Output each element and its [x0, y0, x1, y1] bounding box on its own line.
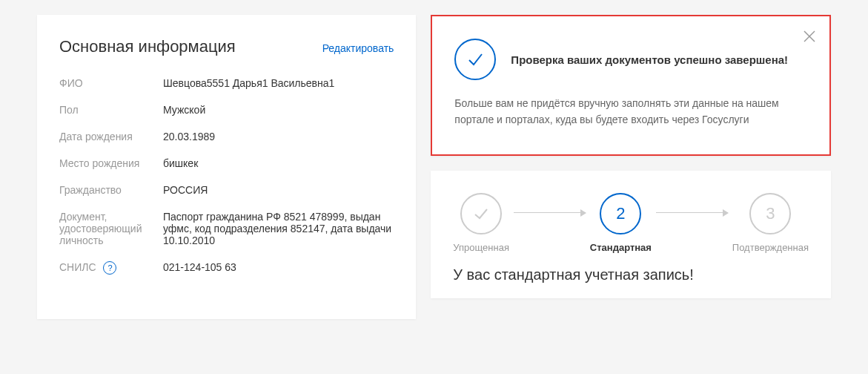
account-status-title: У вас стандартная учетная запись! — [453, 266, 809, 283]
field-snils: СНИЛС ? 021-124-105 63 — [59, 261, 394, 275]
step-simplified: Упрощенная — [453, 193, 509, 253]
field-dob: Дата рождения 20.03.1989 — [59, 131, 394, 142]
close-icon[interactable] — [803, 30, 816, 46]
field-value: бишкек — [163, 157, 198, 169]
arrow-icon — [514, 212, 586, 213]
step-label: Стандартная — [590, 242, 652, 253]
field-value: 021-124-105 63 — [163, 261, 236, 275]
field-label: Дата рождения — [59, 131, 163, 142]
field-label: Пол — [59, 104, 163, 116]
field-pob: Место рождения бишкек — [59, 157, 394, 169]
help-icon[interactable]: ? — [103, 261, 116, 275]
field-value: Паспорт гражданина РФ 8521 478999, выдан… — [163, 211, 394, 246]
step-standard: 2 Стандартная — [590, 193, 652, 253]
field-value: Шевцова5551 Дарья1 Васильевна1 — [163, 77, 334, 89]
field-citizenship: Гражданство РОССИЯ — [59, 184, 394, 196]
arrow-icon — [656, 212, 728, 213]
field-label: Документ, удостоверяющий личность — [59, 211, 163, 246]
field-id-document: Документ, удостоверяющий личность Паспор… — [59, 211, 394, 246]
field-value: РОССИЯ — [163, 184, 208, 196]
field-label: ФИО — [59, 77, 163, 89]
step-circle-future: 3 — [749, 193, 791, 234]
step-circle-done — [460, 193, 502, 234]
field-label: Место рождения — [59, 157, 163, 169]
section-title: Основная информация — [59, 37, 236, 56]
step-confirmed: 3 Подтвержденная — [732, 193, 809, 253]
step-label: Упрощенная — [453, 242, 509, 253]
edit-link[interactable]: Редактировать — [322, 42, 394, 54]
field-value: Мужской — [163, 104, 205, 116]
field-gender: Пол Мужской — [59, 104, 394, 116]
step-circle-current: 2 — [600, 193, 641, 234]
field-label: Гражданство — [59, 184, 163, 196]
field-label: СНИЛС ? — [59, 261, 163, 275]
main-info-panel: Основная информация Редактировать ФИО Ше… — [37, 15, 416, 319]
step-label: Подтвержденная — [732, 242, 809, 253]
notification-body: Больше вам не придётся вручную заполнять… — [454, 95, 807, 128]
check-icon — [454, 39, 496, 80]
notification-title: Проверка ваших документов успешно заверш… — [511, 52, 788, 68]
field-fio: ФИО Шевцова5551 Дарья1 Васильевна1 — [59, 77, 394, 89]
notification-box: Проверка ваших документов успешно заверш… — [431, 15, 831, 156]
account-steps-panel: Упрощенная 2 Стандартная 3 Подтвержденна… — [431, 171, 831, 298]
field-value: 20.03.1989 — [163, 131, 215, 142]
